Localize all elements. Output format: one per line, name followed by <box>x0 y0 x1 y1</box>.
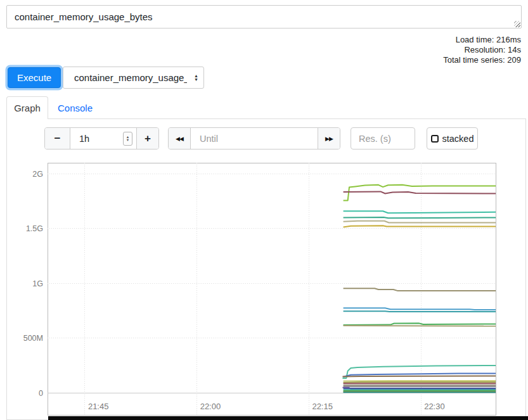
range-spinner-icon[interactable]: ▲▼ <box>123 132 132 146</box>
tab-console[interactable]: Console <box>49 96 101 119</box>
query-input[interactable]: container_memory_usage_bytes <box>6 5 522 29</box>
svg-text:1G: 1G <box>32 279 43 288</box>
metric-select-dropdown[interactable]: container_memory_usage_bytes ▲▼ <box>63 67 204 89</box>
time-shift-group: ◀◀ ▶▶ <box>168 127 340 150</box>
shift-forward-button[interactable]: ▶▶ <box>318 128 340 149</box>
svg-text:21:45: 21:45 <box>88 402 109 411</box>
svg-text:500M: 500M <box>23 334 43 343</box>
svg-text:0: 0 <box>39 389 43 398</box>
tab-graph[interactable]: Graph <box>6 96 48 119</box>
select-updown-icon: ▲▼ <box>194 74 198 82</box>
resolution-input[interactable] <box>351 127 415 150</box>
until-input[interactable] <box>191 128 318 149</box>
stacked-toggle-button[interactable]: stacked <box>427 127 478 150</box>
shift-back-button[interactable]: ◀◀ <box>169 128 191 149</box>
query-stats: Load time: 216ms Resolution: 14s Total t… <box>443 35 521 65</box>
bottom-scrollbar[interactable] <box>48 416 528 420</box>
until-input-wrap <box>191 128 318 149</box>
svg-text:2G: 2G <box>32 170 43 179</box>
stacked-label: stacked <box>442 134 474 144</box>
svg-text:1.5G: 1.5G <box>26 224 43 233</box>
load-time-stat: Load time: 216ms <box>443 35 521 45</box>
prometheus-expression-browser: container_memory_usage_bytes Load time: … <box>0 0 528 420</box>
execute-button[interactable]: Execute <box>8 67 61 88</box>
range-control-group: − ▲▼ + <box>44 127 159 150</box>
svg-text:22:30: 22:30 <box>424 402 445 411</box>
graph-canvas[interactable]: 21:4522:0022:1522:300500M1G1.5G2G <box>19 158 526 418</box>
range-increase-button[interactable]: + <box>136 128 158 149</box>
resolution-stat: Resolution: 14s <box>443 45 521 55</box>
total-series-stat: Total time series: 209 <box>443 55 521 65</box>
query-input-wrap: container_memory_usage_bytes <box>6 5 522 29</box>
metric-select-value: container_memory_usage_bytes <box>74 72 187 83</box>
range-input-wrap: ▲▼ <box>70 128 136 149</box>
svg-text:22:00: 22:00 <box>200 402 221 411</box>
stacked-checkbox-icon <box>431 135 439 143</box>
range-decrease-button[interactable]: − <box>45 128 70 149</box>
svg-text:22:15: 22:15 <box>312 402 333 411</box>
